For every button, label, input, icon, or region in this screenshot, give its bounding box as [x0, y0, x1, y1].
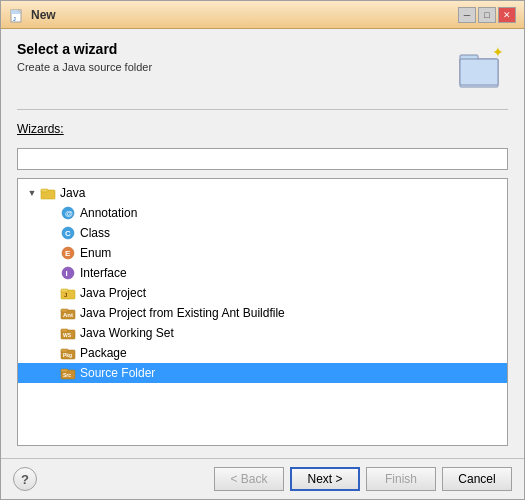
expand-spacer [46, 207, 58, 219]
java-label: Java [60, 186, 85, 200]
svg-text:@: @ [65, 209, 73, 218]
header-text: Select a wizard Create a Java source fol… [17, 41, 152, 73]
tree-item-enum[interactable]: E Enum [18, 243, 507, 263]
window-title: New [31, 8, 56, 22]
tree-content[interactable]: ▼ Java @ [18, 179, 507, 445]
tree-item-package[interactable]: Pkg Package [18, 343, 507, 363]
svg-rect-9 [41, 189, 48, 192]
svg-text:WS: WS [63, 332, 72, 338]
svg-point-16 [62, 267, 74, 279]
maximize-button[interactable]: □ [478, 7, 496, 23]
annotation-label: Annotation [80, 206, 137, 220]
wizard-icon: ✦ [456, 41, 508, 93]
expand-spacer [46, 267, 58, 279]
dialog-window: J New ─ □ ✕ Select a wizard Create a Jav… [0, 0, 525, 500]
expand-spacer [46, 247, 58, 259]
expand-spacer [46, 287, 58, 299]
finish-button[interactable]: Finish [366, 467, 436, 491]
title-bar: J New ─ □ ✕ [1, 1, 524, 29]
expand-spacer [46, 227, 58, 239]
tree-item-interface[interactable]: I Interface [18, 263, 507, 283]
wizard-search-input[interactable] [17, 148, 508, 170]
enum-icon: E [60, 245, 76, 261]
cancel-button[interactable]: Cancel [442, 467, 512, 491]
expand-icon-java[interactable]: ▼ [26, 187, 38, 199]
svg-text:Ant: Ant [63, 312, 73, 318]
expand-spacer [46, 307, 58, 319]
java-project-ant-label: Java Project from Existing Ant Buildfile [80, 306, 285, 320]
svg-text:Pkg: Pkg [63, 352, 72, 358]
tree-item-annotation[interactable]: @ Annotation [18, 203, 507, 223]
package-icon: Pkg [60, 345, 76, 361]
new-icon: J [9, 7, 25, 23]
ant-buildfile-icon: Ant [60, 305, 76, 321]
svg-text:E: E [65, 249, 71, 258]
expand-spacer [46, 327, 58, 339]
class-label: Class [80, 226, 110, 240]
working-set-icon: WS [60, 325, 76, 341]
folder-icon [40, 185, 56, 201]
header-area: Select a wizard Create a Java source fol… [17, 41, 508, 93]
dialog-footer: ? < Back Next > Finish Cancel [1, 458, 524, 499]
tree-item-java-project-ant[interactable]: Ant Java Project from Existing Ant Build… [18, 303, 507, 323]
package-label: Package [80, 346, 127, 360]
interface-icon: I [60, 265, 76, 281]
tree-item-source-folder[interactable]: Src Source Folder [18, 363, 507, 383]
dialog-content: Select a wizard Create a Java source fol… [1, 29, 524, 458]
svg-rect-6 [460, 59, 498, 85]
java-project-icon: J [60, 285, 76, 301]
next-button[interactable]: Next > [290, 467, 360, 491]
svg-text:Src: Src [63, 372, 71, 378]
footer-buttons: < Back Next > Finish Cancel [214, 467, 512, 491]
dialog-subtitle: Create a Java source folder [17, 61, 152, 73]
title-buttons: ─ □ ✕ [458, 7, 516, 23]
wizard-tree: ▼ Java @ [17, 178, 508, 446]
java-project-label: Java Project [80, 286, 146, 300]
tree-item-java[interactable]: ▼ Java [18, 183, 507, 203]
interface-label: Interface [80, 266, 127, 280]
close-button[interactable]: ✕ [498, 7, 516, 23]
header-divider [17, 109, 508, 110]
expand-spacer [46, 347, 58, 359]
back-button[interactable]: < Back [214, 467, 284, 491]
expand-spacer [46, 367, 58, 379]
tree-item-java-working-set[interactable]: WS Java Working Set [18, 323, 507, 343]
dialog-title: Select a wizard [17, 41, 152, 57]
tree-item-class[interactable]: C Class [18, 223, 507, 243]
title-bar-left: J New [9, 7, 56, 23]
svg-text:I: I [66, 269, 68, 278]
source-folder-label: Source Folder [80, 366, 155, 380]
svg-text:J: J [13, 16, 16, 22]
enum-label: Enum [80, 246, 111, 260]
svg-text:✦: ✦ [492, 44, 504, 60]
java-working-set-label: Java Working Set [80, 326, 174, 340]
footer-left: ? [13, 467, 37, 491]
source-folder-icon: Src [60, 365, 76, 381]
class-icon: C [60, 225, 76, 241]
tree-item-java-project[interactable]: J Java Project [18, 283, 507, 303]
wizards-label: Wizards: [17, 122, 508, 136]
help-button[interactable]: ? [13, 467, 37, 491]
annotation-icon: @ [60, 205, 76, 221]
svg-text:C: C [65, 229, 71, 238]
svg-text:J: J [64, 292, 67, 298]
minimize-button[interactable]: ─ [458, 7, 476, 23]
